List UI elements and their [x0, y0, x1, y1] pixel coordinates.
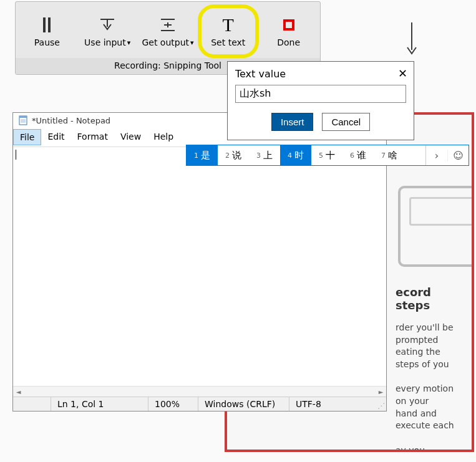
scroll-left-icon[interactable]: ◄	[13, 387, 24, 397]
ime-candidate-char: 上	[263, 150, 273, 161]
get-output-button[interactable]: Get output ▾	[140, 7, 196, 55]
menu-format[interactable]: Format	[71, 129, 114, 145]
ime-candidate-number: 1	[194, 152, 198, 160]
status-cursor-position: Ln 1, Col 1	[51, 397, 148, 411]
set-text-label: Set text	[211, 37, 245, 47]
flow-arrow-down-icon	[406, 22, 418, 59]
chevron-down-icon: ▾	[190, 39, 194, 47]
ime-candidate-number: 4	[288, 152, 292, 160]
text-value-label: Text value	[235, 68, 406, 80]
ime-candidate-number: 6	[350, 152, 354, 160]
use-input-button[interactable]: Use input ▾	[79, 7, 135, 55]
close-icon[interactable]: ✕	[398, 67, 407, 80]
ime-candidate-char: 说	[232, 150, 241, 161]
text-value-input[interactable]	[235, 85, 406, 103]
status-line-ending: Windows (CRLF)	[198, 397, 289, 411]
record-steps-text-1: rder you'll be prompted eating the steps…	[396, 322, 457, 370]
set-text-button[interactable]: T Set text	[200, 7, 256, 55]
ime-next-page-icon[interactable]: ›	[426, 150, 447, 161]
use-input-icon	[99, 15, 115, 35]
ime-candidate[interactable]: 4时	[280, 145, 311, 165]
text-value-dialog: ✕ Text value Insert Cancel	[227, 61, 414, 140]
menu-help[interactable]: Help	[147, 129, 180, 145]
record-steps-heading: ecord steps	[396, 286, 457, 312]
text-icon: T	[223, 15, 234, 35]
ime-emoji-icon[interactable]: ☺	[447, 150, 469, 161]
status-spacer	[13, 397, 51, 411]
record-steps-text-2: every motion on your hand and execute ea…	[396, 383, 457, 431]
ime-candidate-char: 是	[201, 150, 210, 161]
use-input-label: Use input	[84, 37, 126, 47]
bg-line: ay you expected? You c	[396, 445, 440, 452]
record-steps-text-3: ay you expected? You c s or delete and r…	[396, 445, 457, 452]
bg-line: hand and execute each	[396, 408, 454, 431]
status-encoding: UTF-8	[289, 397, 376, 411]
text-caret	[16, 150, 16, 160]
done-label: Done	[277, 37, 300, 47]
ime-candidate-number: 2	[225, 152, 230, 160]
get-output-icon	[160, 15, 176, 35]
ime-candidate-char: 十	[326, 150, 335, 161]
ime-candidate[interactable]: 2说	[218, 145, 249, 165]
notepad-status-bar: Ln 1, Col 1 100% Windows (CRLF) UTF-8 ⋰	[13, 397, 386, 411]
cancel-button[interactable]: Cancel	[322, 113, 370, 131]
status-zoom: 100%	[148, 397, 198, 411]
bg-line: eating the steps of you	[396, 347, 449, 369]
menu-edit[interactable]: Edit	[41, 129, 70, 145]
scroll-right-icon[interactable]: ►	[376, 387, 386, 397]
menu-file[interactable]: File	[13, 129, 41, 145]
dialog-button-row: Insert Cancel	[235, 113, 406, 131]
get-output-label: Get output	[142, 37, 189, 47]
notepad-app-icon	[18, 115, 28, 125]
insert-button[interactable]: Insert	[271, 113, 314, 131]
horizontal-scrollbar[interactable]: ◄ ►	[13, 386, 386, 397]
notepad-title-text: *Untitled - Notepad	[32, 116, 110, 125]
ime-candidate-bar: 1是2说3上4时5十6谁7啥 › ☺	[186, 145, 469, 166]
ime-candidate-number: 7	[381, 152, 386, 160]
device-illustration	[398, 186, 474, 267]
ime-candidate-number: 3	[256, 152, 261, 160]
toolbar-button-row: Pause Use input ▾	[16, 2, 320, 58]
ime-candidate[interactable]: 6谁	[342, 145, 374, 165]
pause-label: Pause	[34, 37, 60, 47]
svg-rect-8	[19, 116, 27, 118]
done-button[interactable]: Done	[261, 7, 317, 55]
ime-candidate[interactable]: 1是	[187, 145, 218, 165]
ime-candidate-number: 5	[319, 152, 323, 160]
notepad-text-area[interactable]	[13, 147, 386, 386]
bg-line: every motion on your	[396, 383, 454, 406]
ime-candidate-char: 时	[294, 150, 304, 161]
menu-view[interactable]: View	[114, 129, 147, 145]
pause-button[interactable]: Pause	[19, 7, 75, 55]
ime-tail-controls: › ☺	[425, 145, 469, 165]
ime-candidate[interactable]: 7啥	[374, 145, 405, 165]
ime-candidate[interactable]: 3上	[249, 145, 280, 165]
resize-grip-icon[interactable]: ⋰	[376, 397, 386, 411]
stop-icon	[283, 15, 294, 35]
pause-icon	[43, 15, 51, 35]
chevron-down-icon: ▾	[127, 39, 131, 47]
ime-candidate-char: 啥	[388, 150, 397, 161]
ime-candidate-char: 谁	[357, 150, 366, 161]
ime-candidate[interactable]: 5十	[311, 145, 342, 165]
bg-line: rder you'll be prompted	[396, 322, 454, 345]
